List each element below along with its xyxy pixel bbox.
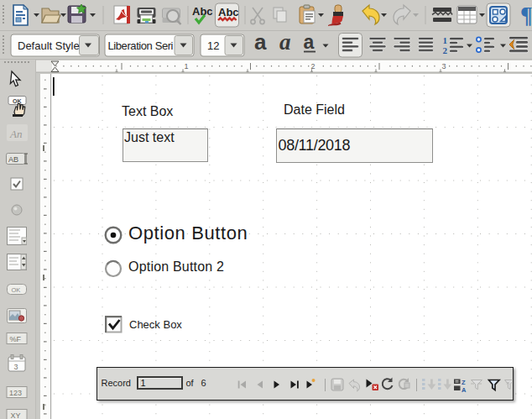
svg-text:a: a — [254, 30, 267, 55]
svg-text:12: 12 — [207, 39, 219, 52]
svg-text:XY: XY — [11, 411, 21, 419]
svg-text:3: 3 — [14, 363, 18, 371]
svg-text:1: 1 — [443, 35, 448, 45]
svg-text:2: 2 — [443, 45, 448, 55]
svg-text:a: a — [279, 30, 291, 55]
svg-text:OK: OK — [13, 98, 22, 104]
svg-text:Z: Z — [462, 379, 466, 386]
svg-text:Default Style: Default Style — [18, 39, 80, 52]
svg-text:A: A — [462, 386, 467, 394]
svg-text:123: 123 — [9, 389, 22, 397]
svg-text:a: a — [304, 31, 315, 53]
svg-text:OK: OK — [12, 286, 21, 294]
svg-text:1: 1 — [185, 62, 189, 71]
svg-text:Abc: Abc — [192, 5, 213, 18]
svg-text:¶: ¶ — [520, 3, 532, 28]
svg-text:Liberation Seri: Liberation Seri — [108, 39, 174, 52]
svg-text:3: 3 — [442, 62, 446, 71]
svg-text:AB: AB — [8, 155, 18, 164]
svg-text:An: An — [9, 128, 22, 140]
svg-text:Abc: Abc — [218, 6, 239, 18]
svg-text:%F: %F — [10, 335, 22, 343]
